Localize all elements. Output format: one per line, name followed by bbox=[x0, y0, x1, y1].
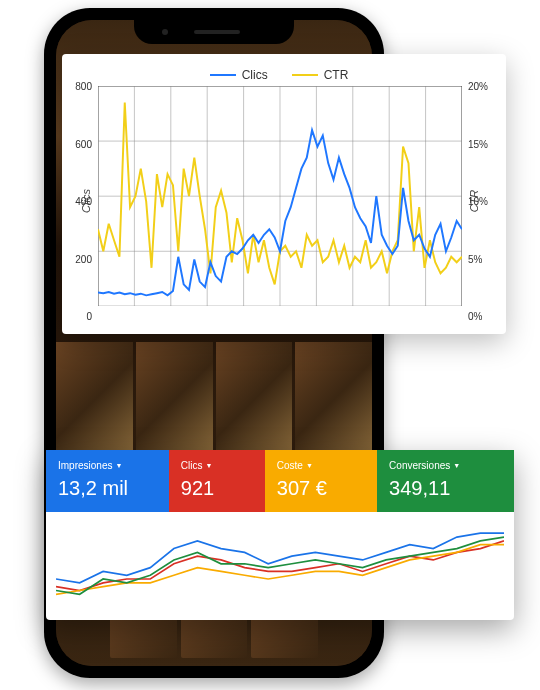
metrics-card: Impresiones▼ 13,2 mil Clics▼ 921 Coste▼ … bbox=[46, 450, 514, 620]
chevron-down-icon: ▼ bbox=[115, 462, 122, 469]
metric-value: 921 bbox=[181, 477, 253, 500]
metric-coste[interactable]: Coste▼ 307 € bbox=[265, 450, 377, 512]
sparkline-area bbox=[46, 512, 514, 620]
metric-clics[interactable]: Clics▼ 921 bbox=[169, 450, 265, 512]
legend-item-clics: Clics bbox=[210, 68, 268, 82]
chart-svg bbox=[98, 86, 462, 306]
metric-value: 13,2 mil bbox=[58, 477, 157, 500]
legend-item-ctr: CTR bbox=[292, 68, 349, 82]
metric-conversiones[interactable]: Conversiones▼ 349,11 bbox=[377, 450, 514, 512]
metric-impresiones[interactable]: Impresiones▼ 13,2 mil bbox=[46, 450, 169, 512]
chevron-down-icon: ▼ bbox=[453, 462, 460, 469]
chevron-down-icon: ▼ bbox=[306, 462, 313, 469]
phone-notch bbox=[134, 20, 294, 44]
chevron-down-icon: ▼ bbox=[206, 462, 213, 469]
chart-plot: Clics CTR 0200400600800 0%5%10%15%20% bbox=[98, 86, 462, 316]
metrics-row: Impresiones▼ 13,2 mil Clics▼ 921 Coste▼ … bbox=[46, 450, 514, 512]
chart-card: Clics CTR Clics CTR 0200400600800 0%5%10… bbox=[62, 54, 506, 334]
metric-value: 307 € bbox=[277, 477, 365, 500]
sparkline-svg bbox=[56, 518, 504, 610]
photo-grid bbox=[56, 342, 372, 458]
chart-legend: Clics CTR bbox=[70, 68, 488, 82]
metric-value: 349,11 bbox=[389, 477, 502, 500]
